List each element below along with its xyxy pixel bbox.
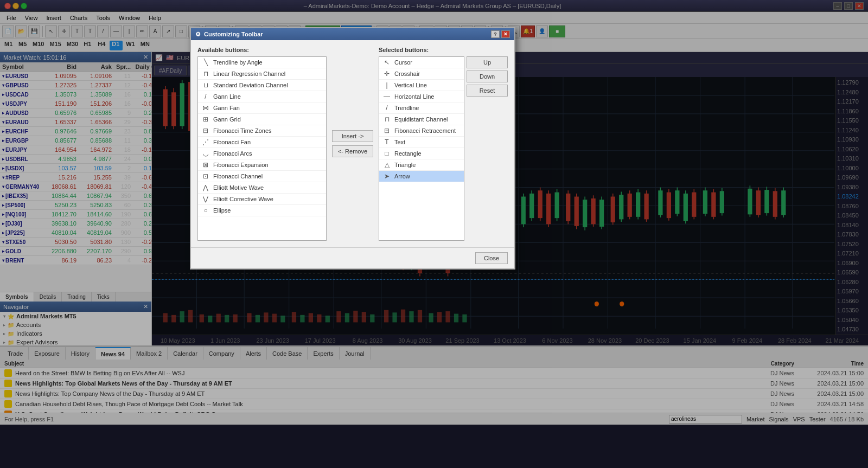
available-item-label: Gann Fan <box>213 105 240 111</box>
available-item-lrc[interactable]: ⊓ Linear Regression Channel <box>198 68 326 80</box>
dialog-footer: Close <box>191 247 514 268</box>
selected-item-label: Fibonacci Retracement <box>394 127 456 134</box>
selected-item-icon: △ <box>382 161 391 169</box>
available-item-fib[interactable]: ⊟ Fibonacci Time Zones <box>198 125 326 137</box>
selected-item-icon: □ <box>382 150 391 157</box>
available-item-elliot1[interactable]: ⋀ Elliott Motive Wave <box>198 182 326 194</box>
available-item-gannfan[interactable]: ⋈ Gann Fan <box>198 102 326 114</box>
available-item-label: Linear Regression Channel <box>213 70 285 77</box>
available-item-label: Elliott Corrective Wave <box>213 196 273 202</box>
selected-item-hline[interactable]: — Horizontal Line <box>379 91 464 102</box>
selected-item-text[interactable]: T Text <box>379 137 464 148</box>
available-item-label: Fibonacci Time Zones <box>213 127 272 134</box>
selected-item-label: Rectangle <box>394 150 422 157</box>
selected-item-label: Vertical Line <box>394 82 427 88</box>
available-item-fibfan[interactable]: ⋰ Fibonacci Fan <box>198 137 326 148</box>
selected-item-label: Equidistant Channel <box>394 116 448 123</box>
available-item-ellipse[interactable]: ○ Ellipse <box>198 205 326 216</box>
reset-btn[interactable]: Reset <box>467 85 508 97</box>
available-item-icon: ⊠ <box>201 161 210 169</box>
dialog-middle: Insert -> <- Remove <box>331 47 374 241</box>
selected-item-label: Arrow <box>394 173 410 179</box>
up-btn[interactable]: Up <box>467 56 508 68</box>
available-item-fibchan[interactable]: ⊡ Fibonacci Channel <box>198 171 326 182</box>
selected-area: ↖ Cursor ✛ Crosshair | Vertical Line — H… <box>379 56 508 241</box>
right-action-btns: Up Down Reset <box>467 56 508 241</box>
down-btn[interactable]: Down <box>467 70 508 82</box>
available-item-gann[interactable]: / Gann Line <box>198 91 326 102</box>
selected-item-icon: ⊓ <box>382 116 391 123</box>
available-item-icon: ⊟ <box>201 127 210 134</box>
selected-item-icon: / <box>382 104 391 112</box>
selected-item-icon: | <box>382 81 391 89</box>
available-list: ╲ Trendline by Angle ⊓ Linear Regression… <box>197 56 327 241</box>
dialog-controls[interactable]: ? ✕ <box>491 30 510 38</box>
available-item-label: Trendline by Angle <box>213 59 263 66</box>
selected-item-eqchannel[interactable]: ⊓ Equidistant Channel <box>379 114 464 125</box>
available-item-icon: / <box>201 93 210 100</box>
selected-item-label: Trendline <box>394 105 419 111</box>
selected-item-cursor[interactable]: ↖ Cursor <box>379 57 464 68</box>
available-item-label: Fibonacci Channel <box>213 173 263 179</box>
selected-item-icon: T <box>382 138 391 146</box>
available-item-label: Elliott Motive Wave <box>213 184 264 191</box>
insert-btn[interactable]: Insert -> <box>332 130 373 142</box>
selected-col: Selected buttons: ↖ Cursor ✛ Crosshair |… <box>379 47 508 241</box>
available-item-icon: ⊓ <box>201 70 210 78</box>
available-item-icon: ⊞ <box>201 116 210 123</box>
selected-item-icon: ✛ <box>382 70 391 78</box>
dialog-help-btn[interactable]: ? <box>491 30 500 38</box>
selected-item-arrow[interactable]: ➤ Arrow <box>379 171 464 182</box>
selected-item-triangle[interactable]: △ Triangle <box>379 159 464 171</box>
close-btn[interactable]: Close <box>475 252 508 264</box>
dialog-close-btn[interactable]: ✕ <box>501 30 510 38</box>
available-item-label: Standard Deviation Channel <box>213 82 288 88</box>
available-item-icon: ○ <box>201 207 210 214</box>
selected-item-vline[interactable]: | Vertical Line <box>379 80 464 91</box>
selected-item-crosshair[interactable]: ✛ Crosshair <box>379 68 464 80</box>
available-item-ganngrid[interactable]: ⊞ Gann Grid <box>198 114 326 125</box>
selected-item-label: Crosshair <box>394 70 420 77</box>
selected-item-icon: ⊟ <box>382 127 391 134</box>
available-item-icon: ╲ <box>201 59 210 66</box>
selected-item-trendline[interactable]: / Trendline <box>379 102 464 114</box>
available-item-icon: ⋀ <box>201 184 210 191</box>
selected-item-rect[interactable]: □ Rectangle <box>379 148 464 159</box>
available-item-icon: ⊔ <box>201 81 210 89</box>
available-item-label: Gann Line <box>213 93 241 100</box>
selected-item-icon: ↖ <box>382 59 391 66</box>
available-item-icon: ⋈ <box>201 104 210 112</box>
available-item-icon: ◡ <box>201 150 210 157</box>
available-col: Available buttons: ╲ Trendline by Angle … <box>197 47 327 241</box>
selected-item-icon: — <box>382 93 391 100</box>
available-item-elliot2[interactable]: ⋁ Elliott Corrective Wave <box>198 194 326 205</box>
available-item-icon: ⋁ <box>201 195 210 203</box>
selected-item-fibretr[interactable]: ⊟ Fibonacci Retracement <box>379 125 464 137</box>
selected-label: Selected buttons: <box>379 47 508 53</box>
available-item-label: Fibonacci Expansion <box>213 162 269 168</box>
selected-item-label: Text <box>394 139 405 145</box>
available-item-icon: ⊡ <box>201 172 210 180</box>
dialog-title: ⚙ Customizing Toolbar <box>195 31 491 38</box>
selected-item-icon: ➤ <box>382 172 391 180</box>
modal-overlay: ⚙ Customizing Toolbar ? ✕ Available butt… <box>0 0 868 468</box>
available-item-fibarc[interactable]: ◡ Fibonacci Arcs <box>198 148 326 159</box>
available-label: Available buttons: <box>197 47 327 53</box>
available-item-label: Fibonacci Arcs <box>213 150 252 157</box>
dialog-body: Available buttons: ╲ Trendline by Angle … <box>191 40 514 247</box>
selected-item-label: Triangle <box>394 162 416 168</box>
selected-item-label: Horizontal Line <box>394 93 434 100</box>
dialog-icon: ⚙ <box>195 31 201 38</box>
available-item-fibexp[interactable]: ⊠ Fibonacci Expansion <box>198 159 326 171</box>
available-item-label: Fibonacci Fan <box>213 139 251 145</box>
dialog-titlebar: ⚙ Customizing Toolbar ? ✕ <box>191 28 514 40</box>
available-item-sdc[interactable]: ⊔ Standard Deviation Channel <box>198 80 326 91</box>
selected-item-label: Cursor <box>394 59 412 66</box>
available-item-label: Ellipse <box>213 207 231 214</box>
available-item-label: Gann Grid <box>213 116 241 123</box>
available-item-icon: ⋰ <box>201 138 210 146</box>
available-item-trend[interactable]: ╲ Trendline by Angle <box>198 57 326 68</box>
toolbar-dialog: ⚙ Customizing Toolbar ? ✕ Available butt… <box>190 27 515 270</box>
dialog-title-text: Customizing Toolbar <box>204 31 263 37</box>
remove-btn[interactable]: <- Remove <box>332 145 373 157</box>
